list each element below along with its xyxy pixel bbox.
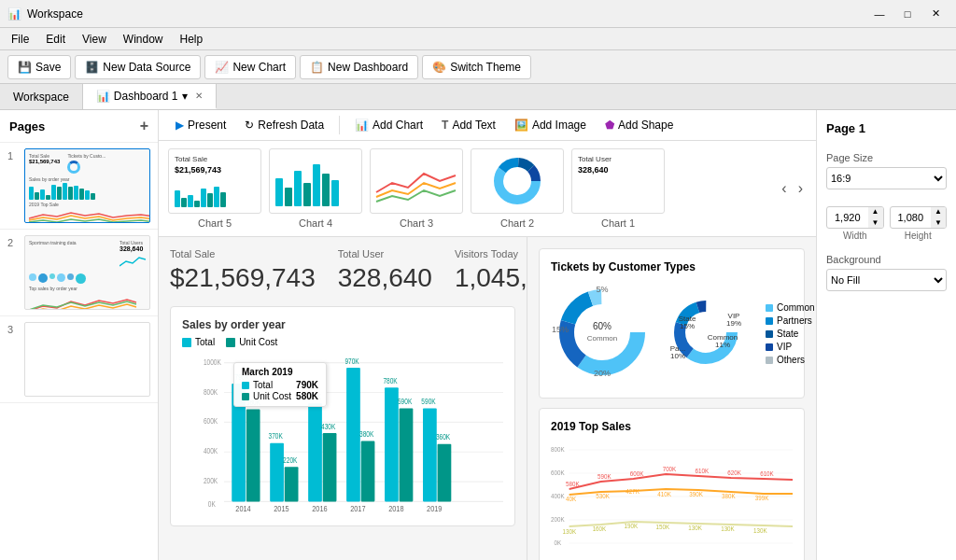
page-item-3[interactable]: 3 — [0, 316, 158, 403]
width-input[interactable] — [827, 212, 868, 223]
chart1-title: Chart 1 — [601, 217, 635, 229]
tab-dashboard1[interactable]: 📊 Dashboard 1 ▾ ✕ — [83, 84, 217, 109]
height-label: Height — [890, 231, 948, 241]
chart-thumb-1[interactable]: Total User 328,640 Chart 1 — [571, 148, 665, 229]
chart-box-1[interactable]: Total User 328,640 — [571, 148, 665, 214]
chart-box-2[interactable] — [471, 148, 564, 214]
page-size-select[interactable]: 16:9 4:3 Custom — [826, 167, 947, 189]
svg-text:130K: 130K — [721, 525, 735, 532]
sidebar-title: Pages — [9, 119, 45, 133]
svg-text:600K: 600K — [630, 470, 644, 477]
height-up-button[interactable]: ▲ — [931, 206, 946, 217]
page-number-2: 2 — [7, 237, 19, 248]
tab-workspace-label: Workspace — [13, 91, 69, 104]
svg-rect-33 — [400, 409, 414, 502]
switch-theme-button[interactable]: 🎨 Switch Theme — [422, 55, 531, 79]
add-shape-button[interactable]: ⬟ Add Shape — [598, 116, 681, 134]
legend-total: Total — [182, 337, 215, 347]
svg-text:620K: 620K — [727, 469, 741, 476]
save-button[interactable]: 💾 Save — [7, 55, 71, 79]
new-data-source-button[interactable]: 🗄️ New Data Source — [75, 55, 201, 79]
dimensions-row: ▲ ▼ Width ▲ ▼ Height — [826, 206, 947, 241]
legend-others-color — [766, 357, 773, 364]
width-label: Width — [826, 231, 884, 241]
tab-workspace[interactable]: Workspace — [0, 84, 83, 109]
menu-window[interactable]: Window — [116, 31, 171, 48]
menu-edit[interactable]: Edit — [38, 31, 73, 48]
legend-total-dot — [182, 338, 191, 347]
svg-text:530K: 530K — [596, 493, 610, 499]
dashboard-right: Tickets by Customer Types — [527, 237, 816, 560]
content-area: ▶ Present ↻ Refresh Data 📊 Add Chart T A… — [159, 110, 816, 560]
maximize-button[interactable]: □ — [894, 5, 921, 23]
present-button[interactable]: ▶ Present — [168, 116, 233, 134]
tab-close-button[interactable]: ✕ — [195, 91, 203, 101]
add-chart-button[interactable]: 📊 Add Chart — [347, 116, 430, 134]
svg-text:130K: 130K — [688, 525, 702, 531]
tab-dropdown-icon[interactable]: ▾ — [182, 90, 188, 103]
title-bar-left: 📊 Workspace — [7, 7, 83, 21]
svg-rect-37 — [438, 444, 452, 502]
legend-common: Common — [766, 302, 815, 313]
page-item-2[interactable]: 2 Sportman training data Total Users 328… — [0, 230, 158, 316]
svg-text:400K: 400K — [551, 493, 565, 499]
menu-help[interactable]: Help — [173, 31, 211, 48]
height-down-button[interactable]: ▼ — [931, 217, 946, 229]
menu-view[interactable]: View — [75, 31, 114, 48]
svg-text:130K: 130K — [753, 527, 767, 534]
svg-text:600K: 600K — [204, 417, 218, 427]
svg-text:2017: 2017 — [350, 503, 366, 511]
chart-box-5[interactable]: Total Sale $21,569,743 — [168, 148, 261, 214]
add-page-button[interactable]: + — [140, 118, 148, 134]
page-thumb-3 — [24, 322, 150, 397]
close-button[interactable]: ✕ — [922, 5, 949, 23]
refresh-data-button[interactable]: ↻ Refresh Data — [237, 116, 331, 134]
width-down-button[interactable]: ▼ — [868, 217, 883, 229]
height-input[interactable] — [891, 212, 932, 223]
legend-state-color — [766, 330, 773, 338]
dashboard-main: Total Sale $21,569,743 Total User 328,64… — [159, 237, 816, 560]
svg-text:Common: Common — [587, 334, 617, 343]
small-donut: VIP 19% Common 11% Pa... 10% State 15% — [668, 295, 743, 372]
tab-bar: Workspace 📊 Dashboard 1 ▾ ✕ — [0, 84, 956, 110]
save-icon: 💾 — [18, 61, 32, 74]
svg-text:150K: 150K — [656, 524, 670, 530]
action-bar: ▶ Present ↻ Refresh Data 📊 Add Chart T A… — [159, 110, 816, 141]
svg-text:610K: 610K — [696, 468, 710, 474]
svg-rect-20 — [270, 443, 284, 502]
menu-file[interactable]: File — [4, 31, 36, 48]
svg-rect-28 — [346, 368, 360, 501]
chart-thumb-2[interactable]: Chart 2 — [471, 148, 564, 229]
svg-text:160K: 160K — [593, 525, 607, 532]
new-chart-button[interactable]: 📈 New Chart — [204, 55, 296, 79]
chart-prev-button[interactable]: ‹ — [778, 180, 790, 197]
pages-sidebar: Pages + 1 Total Sale $21,569,743 Tickets… — [0, 110, 159, 560]
legend-partners: Partners — [766, 315, 815, 326]
height-input-wrap: ▲ ▼ — [890, 206, 948, 229]
svg-text:2016: 2016 — [312, 503, 328, 511]
new-dashboard-button[interactable]: 📋 New Dashboard — [300, 55, 418, 79]
toolbar: 💾 Save 🗄️ New Data Source 📈 New Chart 📋 … — [0, 50, 956, 84]
minimize-button[interactable]: — — [866, 5, 893, 23]
chart-thumb-4[interactable]: Chart 4 — [269, 148, 362, 229]
add-image-button[interactable]: 🖼️ Add Image — [507, 116, 594, 134]
chart-box-4[interactable] — [269, 148, 362, 214]
svg-rect-24 — [308, 403, 322, 501]
data-source-icon: 🗄️ — [85, 61, 99, 74]
page-size-label: Page Size — [826, 152, 947, 163]
svg-text:380K: 380K — [722, 493, 736, 499]
right-panel: Page 1 Page Size 16:9 4:3 Custom ▲ ▼ Wid… — [816, 110, 956, 560]
chart-thumb-5[interactable]: Total Sale $21,569,743 Chart 5 — [168, 148, 261, 229]
background-select[interactable]: No Fill Solid Color Gradient — [826, 269, 947, 291]
width-up-button[interactable]: ▲ — [868, 206, 883, 217]
add-text-button[interactable]: T Add Text — [434, 116, 503, 134]
sales-chart-card: Sales by order year Total Unit Cost — [170, 306, 515, 526]
chart-box-3[interactable] — [370, 148, 463, 214]
chart-next-button[interactable]: › — [794, 180, 807, 197]
page-item-1[interactable]: 1 Total Sale $21,569,743 Tickets by Cust… — [0, 143, 158, 230]
svg-text:15%: 15% — [680, 322, 695, 330]
svg-text:5%: 5% — [596, 285, 608, 294]
total-user-stat: Total User 328,640 — [338, 248, 432, 293]
chart-thumb-3[interactable]: Chart 3 — [370, 148, 463, 229]
legend-others: Others — [766, 355, 815, 365]
